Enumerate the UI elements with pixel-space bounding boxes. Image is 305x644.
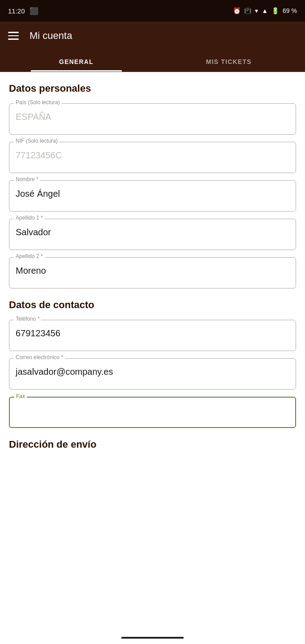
field-fax: Fax (9, 397, 296, 428)
label-correo: Correo electrónico * (14, 355, 65, 360)
field-pais: País (Solo lectura) ESPAÑA (9, 103, 296, 135)
label-apellido2: Apellido 2 * (14, 254, 45, 259)
status-bar: 11:20 ⬛ ⏰ 📳 ▾ ▲ 🔋 69 % (0, 0, 305, 21)
value-pais: ESPAÑA (16, 107, 289, 124)
main-content: Datos personales País (Solo lectura) ESP… (0, 72, 305, 470)
tab-general[interactable]: GENERAL (0, 50, 152, 72)
value-apellido2[interactable]: Moreno (16, 261, 289, 278)
field-nombre: Nombre * José Ángel (9, 180, 296, 212)
value-apellido1[interactable]: Salvador (16, 223, 289, 239)
app-title: Mi cuenta (30, 30, 72, 42)
field-correo: Correo electrónico * jasalvador@company.… (9, 358, 296, 390)
app-bar: Mi cuenta (0, 21, 305, 50)
label-pais: País (Solo lectura) (14, 100, 62, 105)
shipping-section-title: Dirección de envío (9, 439, 296, 450)
value-nif: 77123456C (16, 146, 289, 162)
battery-icon: 🔋 (271, 7, 279, 14)
home-bar (0, 631, 305, 644)
label-telefono: Teléfono * (14, 316, 41, 322)
field-apellido1: Apellido 1 * Salvador (9, 219, 296, 250)
label-apellido1: Apellido 1 * (14, 215, 45, 220)
value-fax[interactable] (16, 401, 289, 419)
vibrate-icon: 📳 (244, 8, 251, 14)
signal-icon: ▲ (262, 7, 268, 14)
menu-icon[interactable] (8, 32, 19, 40)
label-fax: Fax (14, 394, 27, 399)
alarm-icon: ⏰ (233, 7, 241, 14)
status-bar-right: ⏰ 📳 ▾ ▲ 🔋 69 % (233, 7, 297, 14)
label-nif: NIF (Solo lectura) (14, 138, 59, 144)
home-bar-line (121, 637, 184, 639)
label-nombre: Nombre * (14, 177, 40, 182)
field-nif: NIF (Solo lectura) 77123456C (9, 142, 296, 173)
value-correo[interactable]: jasalvador@company.es (16, 362, 289, 379)
contact-data-title: Datos de contacto (9, 299, 296, 311)
value-nombre[interactable]: José Ángel (16, 184, 289, 201)
tab-mis-tickets[interactable]: MIS TICKETS (152, 50, 305, 72)
teams-icon: ⬛ (30, 7, 38, 15)
wifi-icon: ▾ (255, 7, 258, 14)
field-apellido2: Apellido 2 * Moreno (9, 257, 296, 288)
status-bar-left: 11:20 ⬛ (8, 7, 38, 15)
field-telefono: Teléfono * 679123456 (9, 320, 296, 351)
battery-percent: 69 % (283, 7, 297, 14)
personal-data-title: Datos personales (9, 83, 296, 94)
time-label: 11:20 (8, 7, 25, 15)
tab-bar: GENERAL MIS TICKETS (0, 50, 305, 72)
value-telefono[interactable]: 679123456 (16, 324, 289, 340)
